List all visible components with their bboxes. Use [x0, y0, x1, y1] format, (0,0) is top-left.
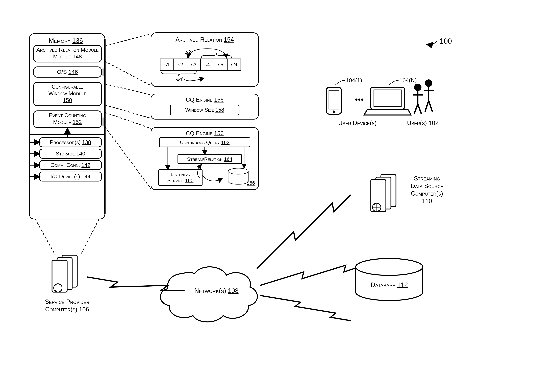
io-row: I/O Device(s) 144 — [30, 172, 102, 181]
svg-text:104(1): 104(1) — [346, 77, 362, 84]
svg-text:O/S 146: O/S 146 — [57, 69, 78, 75]
svg-line-93 — [414, 104, 418, 114]
svg-text:•••: ••• — [355, 95, 364, 104]
svg-point-90 — [415, 84, 421, 90]
svg-rect-87 — [374, 90, 401, 107]
svg-text:Archived Relation Module: Archived Relation Module — [36, 47, 98, 53]
svg-text:Network(s) 108: Network(s) 108 — [194, 287, 238, 294]
svg-text:166: 166 — [247, 180, 255, 186]
svg-text:CQ Engine 156: CQ Engine 156 — [186, 130, 223, 136]
svg-text:User(s) 102: User(s) 102 — [407, 119, 439, 126]
svg-text:Event Counting: Event Counting — [49, 112, 86, 118]
svg-line-73 — [81, 219, 99, 255]
svg-text:sN: sN — [231, 62, 237, 67]
svg-text:s1: s1 — [164, 62, 170, 67]
svg-text:Computer(s) 106: Computer(s) 106 — [45, 306, 89, 313]
comm-row: Comm. Conn. 142 — [30, 161, 102, 170]
svg-text:Comm. Conn. 142: Comm. Conn. 142 — [50, 162, 90, 168]
svg-text:s5: s5 — [218, 62, 223, 67]
svg-line-99 — [429, 101, 432, 112]
svg-line-98 — [425, 101, 429, 112]
svg-text:Service 160: Service 160 — [167, 178, 193, 183]
database-icon: Database 112 — [356, 259, 423, 301]
svg-text:Configurable: Configurable — [52, 84, 83, 90]
user-devices: 104(1) ••• 104(N) User Device(s) — [326, 77, 417, 126]
svg-text:Data Source: Data Source — [411, 182, 443, 189]
svg-text:w1: w1 — [176, 77, 183, 82]
svg-text:Continuous Query 162: Continuous Query 162 — [180, 140, 229, 145]
svg-line-70 — [105, 112, 151, 128]
svg-text:Window Size 158: Window Size 158 — [185, 107, 224, 113]
svg-text:CQ Engine 156: CQ Engine 156 — [186, 96, 223, 103]
svg-line-94 — [418, 104, 421, 114]
svg-text:Computer(s): Computer(s) — [411, 190, 443, 197]
svg-text:Storage 140: Storage 140 — [56, 151, 85, 157]
configurable-window-module: Configurable Window Module 150 — [34, 82, 102, 106]
svg-text:Window Module: Window Module — [48, 90, 86, 97]
svg-text:Processor(s) 138: Processor(s) 138 — [50, 139, 91, 145]
storage-row: Storage 140 — [30, 149, 102, 158]
svg-line-66 — [105, 34, 151, 46]
memory-title: Memory 136 — [49, 37, 83, 44]
svg-line-67 — [105, 61, 151, 86]
svg-text:Module 148: Module 148 — [53, 53, 82, 60]
figure-ref: 100 — [427, 37, 452, 45]
memory-to-server-lines — [35, 219, 99, 255]
svg-point-61 — [228, 168, 248, 174]
svg-text:110: 110 — [422, 198, 432, 204]
svg-text:s2: s2 — [178, 62, 183, 67]
svg-line-72 — [35, 219, 55, 255]
svg-text:Database 112: Database 112 — [371, 281, 408, 288]
streaming-source: Streaming Data Source Computer(s) 110 — [371, 175, 443, 211]
users-icon: User(s) 102 — [407, 80, 439, 126]
svg-text:User Device(s): User Device(s) — [338, 119, 377, 126]
svg-line-71 — [105, 127, 151, 189]
svg-text:Stream/Relation 164: Stream/Relation 164 — [187, 156, 232, 162]
svg-rect-82 — [329, 91, 339, 109]
svg-text:I/O Device(s) 144: I/O Device(s) 144 — [50, 173, 91, 179]
archived-relation-module: Archived Relation Module Module 148 — [34, 45, 102, 62]
processors-row: Processor(s) 138 — [30, 138, 102, 147]
svg-text:s4: s4 — [205, 62, 210, 67]
cq-engine-small: CQ Engine 156 Window Size 158 — [151, 94, 258, 119]
svg-text:Service Provider: Service Provider — [45, 298, 90, 305]
svg-point-83 — [333, 111, 335, 113]
svg-text:Listening: Listening — [171, 171, 190, 177]
event-counting-module: Event Counting Module 152 — [34, 111, 102, 128]
service-provider-icon: Service Provider Computer(s) 106 — [45, 255, 90, 313]
svg-text:Streaming: Streaming — [414, 175, 440, 182]
os-module: O/S 146 — [34, 67, 102, 77]
svg-text:Module 152: Module 152 — [53, 119, 82, 125]
svg-text:s3: s3 — [191, 62, 196, 67]
svg-text:Archived Relation 154: Archived Relation 154 — [175, 36, 234, 43]
archived-relation-detail: Archived Relation 154 s1 s2 s3 s4 s5 sN … — [151, 33, 258, 86]
expansion-lines — [105, 34, 151, 189]
svg-text:100: 100 — [440, 37, 452, 45]
svg-point-95 — [426, 80, 432, 86]
network-cloud: Network(s) 108 — [160, 267, 257, 322]
svg-text:150: 150 — [63, 97, 72, 103]
svg-line-69 — [105, 105, 151, 118]
svg-line-68 — [105, 84, 151, 95]
svg-text:104(N): 104(N) — [399, 77, 417, 84]
svg-point-110 — [356, 259, 423, 275]
cq-engine-big: CQ Engine 156 Continuous Query 162 Strea… — [151, 128, 258, 190]
